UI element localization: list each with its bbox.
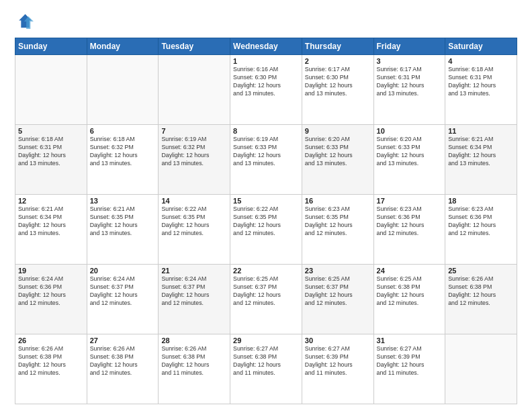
header-tuesday: Tuesday bbox=[159, 38, 230, 55]
day-number: 29 bbox=[233, 336, 299, 345]
calendar-cell: 23Sunrise: 6:25 AM Sunset: 6:37 PM Dayli… bbox=[302, 265, 373, 334]
calendar-cell: 2Sunrise: 6:17 AM Sunset: 6:30 PM Daylig… bbox=[302, 55, 373, 125]
calendar-week-row: 26Sunrise: 6:26 AM Sunset: 6:38 PM Dayli… bbox=[15, 334, 517, 404]
day-number: 1 bbox=[233, 57, 299, 65]
day-info: Sunrise: 6:25 AM Sunset: 6:38 PM Dayligh… bbox=[377, 275, 443, 308]
day-info: Sunrise: 6:20 AM Sunset: 6:33 PM Dayligh… bbox=[305, 136, 371, 168]
calendar-cell: 30Sunrise: 6:27 AM Sunset: 6:39 PM Dayli… bbox=[302, 334, 373, 404]
calendar-cell: 25Sunrise: 6:26 AM Sunset: 6:38 PM Dayli… bbox=[445, 265, 517, 334]
calendar-cell: 13Sunrise: 6:21 AM Sunset: 6:35 PM Dayli… bbox=[87, 195, 159, 265]
day-info: Sunrise: 6:18 AM Sunset: 6:31 PM Dayligh… bbox=[448, 66, 514, 98]
logo-icon bbox=[15, 12, 34, 31]
day-number: 2 bbox=[305, 57, 371, 65]
calendar-week-row: 19Sunrise: 6:24 AM Sunset: 6:36 PM Dayli… bbox=[15, 265, 517, 334]
day-number: 19 bbox=[18, 267, 84, 275]
day-number: 28 bbox=[161, 336, 227, 345]
day-info: Sunrise: 6:17 AM Sunset: 6:30 PM Dayligh… bbox=[305, 66, 371, 98]
calendar-cell: 6Sunrise: 6:18 AM Sunset: 6:32 PM Daylig… bbox=[87, 125, 159, 195]
day-info: Sunrise: 6:21 AM Sunset: 6:35 PM Dayligh… bbox=[90, 205, 156, 238]
day-info: Sunrise: 6:22 AM Sunset: 6:35 PM Dayligh… bbox=[233, 205, 299, 238]
day-info: Sunrise: 6:26 AM Sunset: 6:38 PM Dayligh… bbox=[90, 345, 156, 377]
day-number: 18 bbox=[448, 197, 514, 205]
day-info: Sunrise: 6:18 AM Sunset: 6:32 PM Dayligh… bbox=[90, 136, 156, 168]
day-info: Sunrise: 6:18 AM Sunset: 6:31 PM Dayligh… bbox=[18, 136, 84, 168]
header-saturday: Saturday bbox=[445, 38, 517, 55]
calendar-cell: 11Sunrise: 6:21 AM Sunset: 6:34 PM Dayli… bbox=[445, 125, 517, 195]
day-info: Sunrise: 6:26 AM Sunset: 6:38 PM Dayligh… bbox=[448, 275, 514, 308]
day-info: Sunrise: 6:24 AM Sunset: 6:37 PM Dayligh… bbox=[90, 275, 156, 308]
day-number: 25 bbox=[448, 267, 514, 275]
day-info: Sunrise: 6:19 AM Sunset: 6:32 PM Dayligh… bbox=[161, 136, 227, 168]
day-info: Sunrise: 6:27 AM Sunset: 6:39 PM Dayligh… bbox=[305, 345, 371, 377]
calendar-cell bbox=[15, 55, 87, 125]
day-number: 11 bbox=[448, 127, 514, 135]
day-info: Sunrise: 6:21 AM Sunset: 6:34 PM Dayligh… bbox=[448, 136, 514, 168]
day-info: Sunrise: 6:21 AM Sunset: 6:34 PM Dayligh… bbox=[18, 205, 84, 238]
day-number: 9 bbox=[305, 127, 371, 135]
calendar-cell bbox=[159, 55, 230, 125]
day-number: 4 bbox=[448, 57, 514, 65]
header-monday: Monday bbox=[87, 38, 159, 55]
calendar-cell: 4Sunrise: 6:18 AM Sunset: 6:31 PM Daylig… bbox=[445, 55, 517, 125]
day-info: Sunrise: 6:27 AM Sunset: 6:39 PM Dayligh… bbox=[377, 345, 443, 377]
day-number: 31 bbox=[377, 336, 443, 345]
weekday-header-row: Sunday Monday Tuesday Wednesday Thursday… bbox=[15, 38, 517, 55]
day-number: 23 bbox=[305, 267, 371, 275]
day-info: Sunrise: 6:27 AM Sunset: 6:38 PM Dayligh… bbox=[233, 345, 299, 377]
calendar-cell: 24Sunrise: 6:25 AM Sunset: 6:38 PM Dayli… bbox=[373, 265, 445, 334]
day-number: 3 bbox=[377, 57, 443, 65]
calendar-cell bbox=[445, 334, 517, 404]
calendar-cell: 22Sunrise: 6:25 AM Sunset: 6:37 PM Dayli… bbox=[230, 265, 302, 334]
day-info: Sunrise: 6:26 AM Sunset: 6:38 PM Dayligh… bbox=[18, 345, 84, 377]
calendar-cell: 17Sunrise: 6:23 AM Sunset: 6:36 PM Dayli… bbox=[373, 195, 445, 265]
calendar-cell: 16Sunrise: 6:23 AM Sunset: 6:35 PM Dayli… bbox=[302, 195, 373, 265]
day-info: Sunrise: 6:22 AM Sunset: 6:35 PM Dayligh… bbox=[161, 205, 227, 238]
day-info: Sunrise: 6:23 AM Sunset: 6:36 PM Dayligh… bbox=[377, 205, 443, 238]
calendar-week-row: 5Sunrise: 6:18 AM Sunset: 6:31 PM Daylig… bbox=[15, 125, 517, 195]
day-number: 12 bbox=[18, 197, 84, 205]
calendar-cell: 29Sunrise: 6:27 AM Sunset: 6:38 PM Dayli… bbox=[230, 334, 302, 404]
day-number: 16 bbox=[305, 197, 371, 205]
day-number: 7 bbox=[161, 127, 227, 135]
day-info: Sunrise: 6:23 AM Sunset: 6:35 PM Dayligh… bbox=[305, 205, 371, 238]
day-info: Sunrise: 6:20 AM Sunset: 6:33 PM Dayligh… bbox=[377, 136, 443, 168]
header-sunday: Sunday bbox=[15, 38, 87, 55]
day-number: 10 bbox=[377, 127, 443, 135]
day-number: 24 bbox=[377, 267, 443, 275]
calendar-cell: 18Sunrise: 6:23 AM Sunset: 6:36 PM Dayli… bbox=[445, 195, 517, 265]
day-info: Sunrise: 6:17 AM Sunset: 6:31 PM Dayligh… bbox=[377, 66, 443, 98]
header bbox=[15, 12, 517, 31]
day-info: Sunrise: 6:24 AM Sunset: 6:36 PM Dayligh… bbox=[18, 275, 84, 308]
page: Sunday Monday Tuesday Wednesday Thursday… bbox=[0, 0, 532, 411]
header-friday: Friday bbox=[373, 38, 445, 55]
day-number: 30 bbox=[305, 336, 371, 345]
day-number: 5 bbox=[18, 127, 84, 135]
calendar-cell: 21Sunrise: 6:24 AM Sunset: 6:37 PM Dayli… bbox=[159, 265, 230, 334]
calendar-cell: 5Sunrise: 6:18 AM Sunset: 6:31 PM Daylig… bbox=[15, 125, 87, 195]
day-info: Sunrise: 6:24 AM Sunset: 6:37 PM Dayligh… bbox=[161, 275, 227, 308]
calendar-cell: 26Sunrise: 6:26 AM Sunset: 6:38 PM Dayli… bbox=[15, 334, 87, 404]
calendar-cell: 7Sunrise: 6:19 AM Sunset: 6:32 PM Daylig… bbox=[159, 125, 230, 195]
day-number: 8 bbox=[233, 127, 299, 135]
calendar-cell: 31Sunrise: 6:27 AM Sunset: 6:39 PM Dayli… bbox=[373, 334, 445, 404]
calendar-cell bbox=[87, 55, 159, 125]
logo bbox=[15, 12, 36, 31]
day-number: 15 bbox=[233, 197, 299, 205]
day-number: 22 bbox=[233, 267, 299, 275]
day-number: 21 bbox=[161, 267, 227, 275]
day-info: Sunrise: 6:23 AM Sunset: 6:36 PM Dayligh… bbox=[448, 205, 514, 238]
header-wednesday: Wednesday bbox=[230, 38, 302, 55]
day-number: 14 bbox=[161, 197, 227, 205]
calendar-cell: 20Sunrise: 6:24 AM Sunset: 6:37 PM Dayli… bbox=[87, 265, 159, 334]
header-thursday: Thursday bbox=[302, 38, 373, 55]
calendar-cell: 8Sunrise: 6:19 AM Sunset: 6:33 PM Daylig… bbox=[230, 125, 302, 195]
calendar-table: Sunday Monday Tuesday Wednesday Thursday… bbox=[15, 38, 517, 404]
calendar-week-row: 1Sunrise: 6:16 AM Sunset: 6:30 PM Daylig… bbox=[15, 55, 517, 125]
day-number: 17 bbox=[377, 197, 443, 205]
calendar-cell: 19Sunrise: 6:24 AM Sunset: 6:36 PM Dayli… bbox=[15, 265, 87, 334]
day-number: 27 bbox=[90, 336, 156, 345]
day-info: Sunrise: 6:16 AM Sunset: 6:30 PM Dayligh… bbox=[233, 66, 299, 98]
day-number: 20 bbox=[90, 267, 156, 275]
calendar-cell: 15Sunrise: 6:22 AM Sunset: 6:35 PM Dayli… bbox=[230, 195, 302, 265]
day-info: Sunrise: 6:26 AM Sunset: 6:38 PM Dayligh… bbox=[161, 345, 227, 377]
